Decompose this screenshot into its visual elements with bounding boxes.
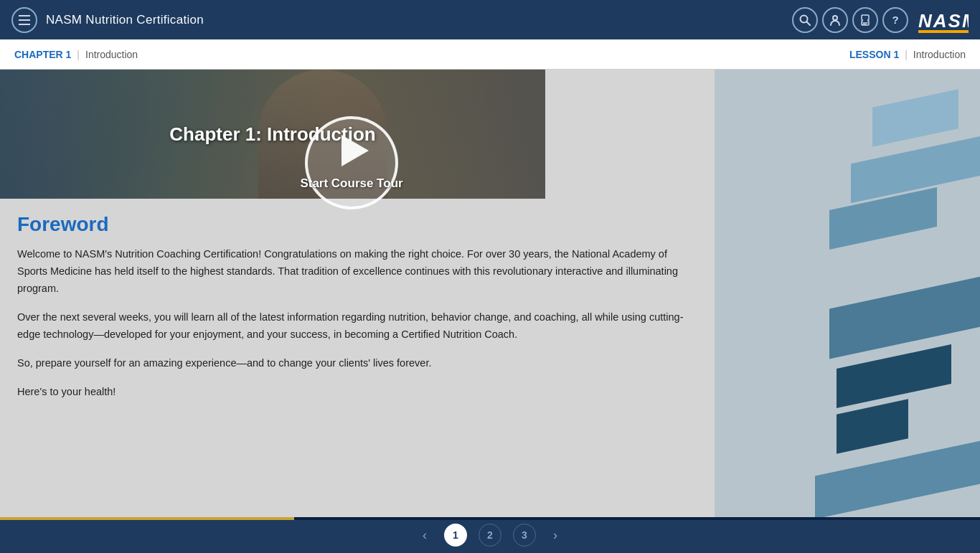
page-2-button[interactable]: 2 xyxy=(479,524,501,547)
content-panel: Chapter 1: Introduction Foreword Welcome… xyxy=(0,70,715,517)
breadcrumb-right: LESSON 1 | Introduction xyxy=(849,49,966,60)
lesson-label[interactable]: LESSON 1 xyxy=(849,49,899,60)
nav-left-group: NASM Nutrition Certification xyxy=(11,7,204,33)
svg-marker-7 xyxy=(918,30,969,33)
svg-text:NASM: NASM xyxy=(918,10,969,32)
chapter-name: Introduction xyxy=(85,49,138,60)
deco-shape-1 xyxy=(872,89,958,147)
search-button[interactable] xyxy=(792,7,818,33)
breadcrumb-lesson-divider: | xyxy=(905,49,908,60)
foreword-paragraph-1: Welcome to NASM's Nutrition Coaching Cer… xyxy=(17,246,697,298)
decorative-panel xyxy=(715,70,980,517)
lesson-name: Introduction xyxy=(913,49,966,60)
chapter-label[interactable]: CHAPTER 1 xyxy=(14,49,71,60)
user-icon xyxy=(829,14,841,26)
deco-shape-4 xyxy=(829,275,980,359)
play-label: Start Course Tour xyxy=(300,176,402,191)
search-icon xyxy=(799,14,811,26)
app-title: NASM Nutrition Certification xyxy=(46,13,204,27)
help-icon: ? xyxy=(892,14,898,26)
foreword-paragraph-2: Over the next several weeks, you will le… xyxy=(17,309,697,344)
hamburger-line xyxy=(19,19,30,21)
top-navigation: NASM Nutrition Certification ? xyxy=(0,0,980,39)
progress-bar-container xyxy=(0,517,980,520)
main-area: Chapter 1: Introduction Foreword Welcome… xyxy=(0,70,980,517)
prev-page-button[interactable]: ‹ xyxy=(417,525,433,546)
print-icon xyxy=(859,14,871,26)
hamburger-menu-button[interactable] xyxy=(11,7,37,33)
hamburger-line xyxy=(19,24,30,25)
deco-shape-5 xyxy=(837,344,951,408)
deco-shapes-container xyxy=(715,70,980,517)
next-page-button[interactable]: › xyxy=(547,525,563,546)
svg-point-2 xyxy=(833,16,837,20)
foreword-paragraph-4: Here's to your health! xyxy=(17,384,697,401)
play-button-overlay[interactable]: Start Course Tour xyxy=(305,116,398,209)
page-1-button[interactable]: 1 xyxy=(444,524,467,547)
user-button[interactable] xyxy=(822,7,848,33)
progress-bar-fill xyxy=(0,517,294,520)
deco-shape-6 xyxy=(837,399,908,453)
help-button[interactable]: ? xyxy=(882,7,908,33)
foreword-paragraph-3: So, prepare yourself for an amazing expe… xyxy=(17,355,697,372)
nasm-logo-svg: NASM xyxy=(918,7,969,33)
svg-line-1 xyxy=(807,22,811,25)
nasm-logo: NASM xyxy=(918,7,969,33)
breadcrumb-chapter-divider: | xyxy=(77,49,80,60)
breadcrumb-bar: CHAPTER 1 | Introduction LESSON 1 | Intr… xyxy=(0,39,980,70)
video-thumbnail[interactable]: Chapter 1: Introduction xyxy=(0,70,545,199)
nav-right-group: ? NASM xyxy=(792,7,969,33)
hamburger-line xyxy=(19,15,30,16)
deco-shape-3 xyxy=(829,187,937,250)
foreword-heading: Foreword xyxy=(17,213,697,236)
text-content-area: Foreword Welcome to NASM's Nutrition Coa… xyxy=(0,199,715,426)
page-3-button[interactable]: 3 xyxy=(513,524,536,547)
breadcrumb-left: CHAPTER 1 | Introduction xyxy=(14,49,138,60)
print-button[interactable] xyxy=(852,7,878,33)
bottom-navigation: ‹ 1 2 3 › xyxy=(0,517,980,553)
play-triangle-icon xyxy=(341,135,369,166)
svg-rect-5 xyxy=(863,19,867,22)
